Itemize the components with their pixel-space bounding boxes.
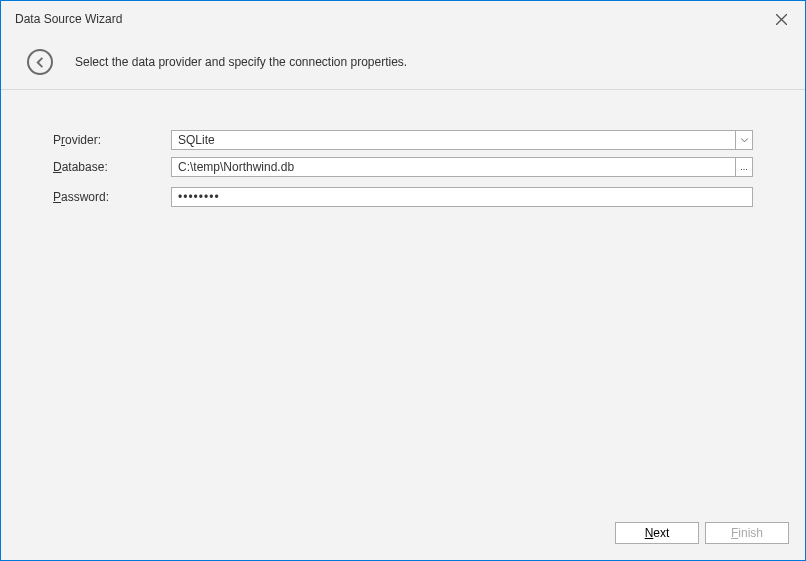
provider-row: Provider: SQLite (53, 130, 753, 150)
database-browse-button[interactable]: ... (736, 157, 753, 177)
close-icon (776, 14, 787, 25)
password-input[interactable]: •••••••• (171, 187, 753, 207)
provider-label: Provider: (53, 133, 171, 147)
title-bar: Data Source Wizard (1, 1, 805, 35)
next-button[interactable]: Next (615, 522, 699, 544)
footer: Next Finish (1, 510, 805, 560)
provider-combobox[interactable]: SQLite (171, 130, 753, 150)
database-label: Database: (53, 160, 171, 174)
password-label: Password: (53, 190, 171, 204)
database-input[interactable] (171, 157, 736, 177)
header-instruction: Select the data provider and specify the… (75, 55, 407, 69)
wizard-window: Data Source Wizard Select the data provi… (0, 0, 806, 561)
form-area: Provider: SQLite Database: ... (1, 90, 805, 510)
database-row: Database: ... (53, 157, 753, 177)
back-button[interactable] (27, 49, 53, 75)
database-field-wrap: ... (171, 157, 753, 177)
password-row: Password: •••••••• (53, 187, 753, 207)
finish-button: Finish (705, 522, 789, 544)
back-arrow-icon (34, 56, 47, 69)
window-title: Data Source Wizard (15, 12, 122, 26)
provider-dropdown-arrow[interactable] (735, 131, 752, 149)
chevron-down-icon (741, 138, 748, 143)
provider-field-wrap: SQLite (171, 130, 753, 150)
provider-value: SQLite (172, 131, 735, 149)
close-button[interactable] (771, 9, 791, 29)
password-field-wrap: •••••••• (171, 187, 753, 207)
header-section: Select the data provider and specify the… (1, 35, 805, 90)
